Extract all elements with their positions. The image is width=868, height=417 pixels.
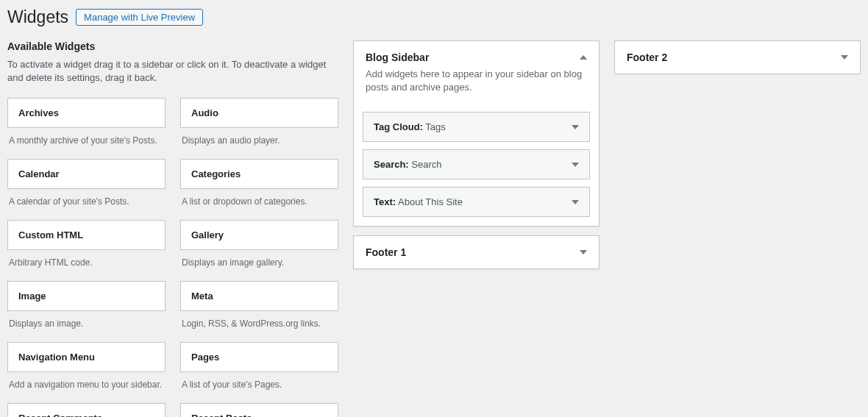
widget-custom-html: Custom HTML Arbitrary HTML code. (7, 220, 166, 281)
widget-gallery: Gallery Displays an image gallery. (180, 220, 338, 281)
blog-sidebar-panel: Blog Sidebar Add widgets here to appear … (353, 40, 600, 227)
chevron-down-icon (841, 55, 848, 60)
page-header: Widgets Manage with Live Preview (7, 7, 861, 27)
chevron-down-icon (580, 250, 587, 254)
widget-desc: A list of your site's Pages. (180, 372, 338, 403)
widget-title[interactable]: Pages (180, 342, 338, 372)
chevron-down-icon (572, 163, 579, 167)
widget-desc: Login, RSS, & WordPress.org links. (180, 311, 338, 342)
widget-desc: Displays an image gallery. (180, 250, 338, 281)
widget-desc: A calendar of your site's Posts. (7, 189, 166, 220)
blog-sidebar-widgets: Tag Cloud: Tags Search: Search Text: Abo… (354, 112, 599, 226)
widget-archives: Archives A monthly archive of your site'… (7, 98, 166, 159)
widget-title[interactable]: Custom HTML (7, 220, 166, 250)
footer-2-panel: Footer 2 (614, 40, 861, 74)
widget-image: Image Displays an image. (7, 281, 166, 342)
widget-desc: Arbitrary HTML code. (7, 250, 166, 281)
widget-title[interactable]: Calendar (7, 159, 166, 189)
main-layout: Available Widgets To activate a widget d… (7, 40, 861, 417)
sidebar-widget-label: Search: Search (374, 159, 442, 170)
widget-recent-posts: Recent Posts Your site's most recent Pos… (180, 403, 338, 417)
widget-title[interactable]: Meta (180, 281, 338, 311)
widget-title[interactable]: Navigation Menu (7, 342, 166, 372)
sidebar-widget-tag-cloud[interactable]: Tag Cloud: Tags (363, 112, 590, 142)
sidebar-title: Footer 1 (366, 246, 406, 258)
widget-title[interactable]: Archives (7, 98, 166, 128)
sidebar-widget-label: Tag Cloud: Tags (374, 121, 446, 132)
widget-desc: Displays an audio player. (180, 128, 338, 159)
blog-sidebar-header[interactable]: Blog Sidebar Add widgets here to appear … (354, 41, 599, 104)
widget-title[interactable]: Image (7, 281, 166, 311)
available-widgets-heading: Available Widgets (7, 40, 338, 52)
widget-title[interactable]: Recent Posts (180, 403, 338, 417)
widget-grid: Archives A monthly archive of your site'… (7, 98, 338, 417)
widget-navigation-menu: Navigation Menu Add a navigation menu to… (7, 342, 166, 403)
chevron-down-icon (572, 125, 579, 129)
sidebar-widget-text[interactable]: Text: About This Site (363, 187, 590, 217)
widget-calendar: Calendar A calendar of your site's Posts… (7, 159, 166, 220)
available-widgets-desc: To activate a widget drag it to a sideba… (7, 58, 338, 85)
widget-title[interactable]: Categories (180, 159, 338, 189)
widget-desc: A list or dropdown of categories. (180, 189, 338, 220)
widget-title[interactable]: Audio (180, 98, 338, 128)
widget-title[interactable]: Recent Comments (7, 403, 166, 417)
chevron-up-icon (580, 55, 587, 60)
widget-desc: A monthly archive of your site's Posts. (7, 128, 166, 159)
widget-desc: Add a navigation menu to your sidebar. (7, 372, 166, 403)
sidebar-title: Blog Sidebar (366, 51, 429, 63)
sidebar-col-2: Footer 2 (614, 40, 861, 417)
footer-1-header[interactable]: Footer 1 (354, 236, 599, 268)
available-widgets-panel: Available Widgets To activate a widget d… (7, 40, 338, 417)
sidebar-areas: Blog Sidebar Add widgets here to appear … (353, 40, 861, 417)
widget-meta: Meta Login, RSS, & WordPress.org links. (180, 281, 338, 342)
manage-live-preview-button[interactable]: Manage with Live Preview (76, 9, 203, 26)
sidebar-widget-label: Text: About This Site (374, 196, 463, 207)
widget-recent-comments: Recent Comments Your site's most recent … (7, 403, 166, 417)
page-title: Widgets (7, 7, 68, 27)
footer-2-header[interactable]: Footer 2 (615, 41, 860, 74)
widget-desc: Displays an image. (7, 311, 166, 342)
sidebar-widget-search[interactable]: Search: Search (363, 149, 590, 179)
widget-categories: Categories A list or dropdown of categor… (180, 159, 338, 220)
widget-pages: Pages A list of your site's Pages. (180, 342, 338, 403)
chevron-down-icon (572, 200, 579, 204)
sidebar-desc: Add widgets here to appear in your sideb… (366, 68, 587, 94)
footer-1-panel: Footer 1 (353, 235, 600, 269)
widget-audio: Audio Displays an audio player. (180, 98, 338, 159)
sidebar-col-1: Blog Sidebar Add widgets here to appear … (353, 40, 600, 417)
sidebar-title: Footer 2 (627, 51, 667, 63)
widget-title[interactable]: Gallery (180, 220, 338, 250)
